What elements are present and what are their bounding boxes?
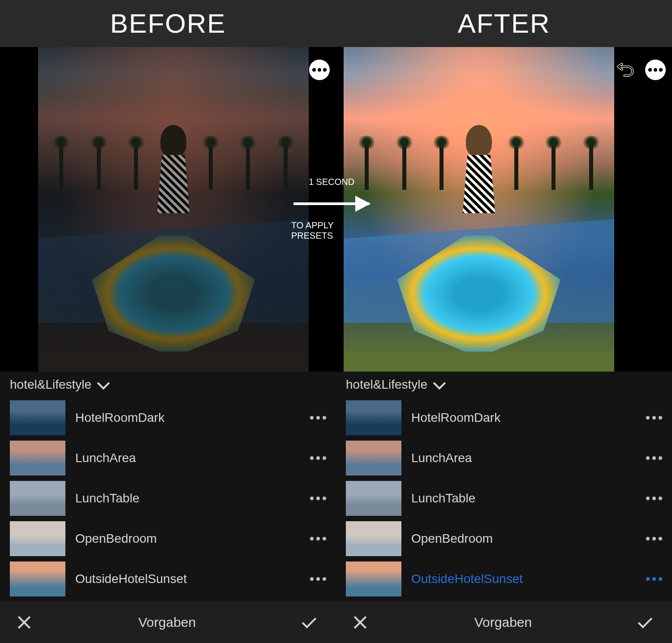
after-image-area	[336, 47, 672, 372]
undo-icon	[616, 60, 635, 79]
more-options-button[interactable]	[309, 60, 330, 80]
preset-more-icon[interactable]	[310, 537, 326, 540]
category-label: hotel&Lifestyle	[346, 377, 427, 392]
comparison-header: BEFORE AFTER	[0, 0, 672, 47]
preset-item[interactable]: LunchArea	[336, 438, 672, 478]
preset-label: LunchArea	[411, 451, 636, 465]
preset-more-icon[interactable]	[310, 416, 326, 420]
more-icon	[312, 68, 327, 72]
bottom-bar: Vorgaben	[0, 601, 336, 643]
header-before-label: BEFORE	[0, 0, 336, 47]
preset-item[interactable]: OpenBedroom	[336, 519, 672, 559]
preset-item[interactable]: OutsideHotelSunset	[0, 559, 336, 599]
preset-more-icon[interactable]	[310, 497, 326, 500]
category-label: hotel&Lifestyle	[10, 377, 91, 392]
preset-list-before: HotelRoomDark LunchArea LunchTable OpenB…	[0, 398, 336, 601]
preset-thumbnail	[10, 521, 65, 556]
preset-label: OutsideHotelSunset	[75, 572, 300, 586]
bottom-bar-title: Vorgaben	[474, 615, 532, 630]
preset-more-icon[interactable]	[646, 416, 662, 420]
preset-more-icon[interactable]	[646, 497, 662, 500]
before-image-area	[0, 47, 336, 372]
chevron-down-icon	[97, 377, 110, 390]
before-panel: hotel&Lifestyle HotelRoomDark LunchArea …	[0, 47, 336, 643]
preset-label: LunchTable	[75, 491, 300, 506]
preset-category-dropdown[interactable]: hotel&Lifestyle	[336, 372, 672, 398]
preset-label: LunchArea	[75, 451, 300, 465]
preset-more-icon[interactable]	[310, 577, 326, 581]
preset-item[interactable]: HotelRoomDark	[0, 398, 336, 438]
preset-item[interactable]: LunchTable	[336, 478, 672, 519]
cancel-button[interactable]	[17, 615, 31, 630]
preset-thumbnail	[346, 562, 401, 596]
header-after-label: AFTER	[336, 0, 672, 47]
confirm-button[interactable]	[639, 614, 655, 630]
preset-label: HotelRoomDark	[75, 411, 300, 425]
bottom-bar-title: Vorgaben	[138, 615, 196, 630]
confirm-button[interactable]	[303, 614, 319, 630]
preset-thumbnail	[346, 400, 401, 435]
preset-thumbnail	[10, 441, 65, 476]
preset-list-after: HotelRoomDark LunchArea LunchTable OpenB…	[336, 398, 672, 601]
preset-more-icon[interactable]	[310, 456, 326, 460]
bottom-bar: Vorgaben	[336, 601, 672, 643]
preset-item[interactable]: HotelRoomDark	[336, 398, 672, 438]
before-photo[interactable]	[38, 47, 309, 372]
preset-label: OpenBedroom	[411, 532, 636, 546]
preset-thumbnail	[10, 481, 65, 516]
preset-more-icon[interactable]	[646, 537, 662, 540]
preset-thumbnail	[10, 400, 65, 435]
preset-item[interactable]: OpenBedroom	[0, 519, 336, 559]
preset-label: OutsideHotelSunset	[411, 572, 636, 586]
after-panel: hotel&Lifestyle HotelRoomDark LunchArea …	[336, 47, 672, 643]
more-icon	[648, 68, 663, 72]
chevron-down-icon	[433, 377, 446, 390]
after-photo[interactable]	[344, 47, 614, 372]
preset-thumbnail	[346, 441, 401, 476]
preset-thumbnail	[346, 481, 401, 516]
preset-item[interactable]: LunchArea	[0, 438, 336, 478]
preset-thumbnail	[346, 521, 401, 556]
preset-label: HotelRoomDark	[411, 411, 636, 425]
cancel-button[interactable]	[353, 615, 367, 630]
preset-label: LunchTable	[411, 491, 636, 506]
preset-label: OpenBedroom	[75, 532, 300, 546]
undo-button[interactable]	[616, 60, 636, 80]
preset-more-icon[interactable]	[646, 456, 662, 460]
preset-item[interactable]: LunchTable	[0, 478, 336, 519]
preset-category-dropdown[interactable]: hotel&Lifestyle	[0, 372, 336, 398]
preset-more-icon[interactable]	[646, 577, 662, 581]
more-options-button[interactable]	[645, 60, 666, 80]
preset-thumbnail	[10, 562, 65, 596]
preset-item-selected[interactable]: OutsideHotelSunset	[336, 559, 672, 599]
